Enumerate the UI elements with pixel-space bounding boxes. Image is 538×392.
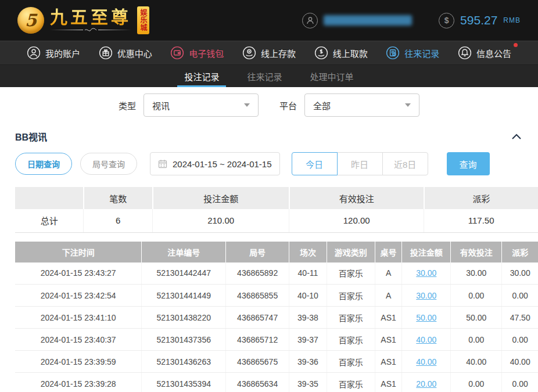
nav-label: 信息公告 [476, 47, 511, 59]
deposit-icon [242, 46, 256, 60]
cell-order-no: 521301442447 [142, 262, 226, 285]
type-select-value: 视讯 [152, 99, 170, 112]
cell-order-no: 521301438220 [142, 307, 226, 329]
tab-transaction-records[interactable]: 往来记录 [247, 65, 282, 87]
bet-amount-link[interactable]: 40.00 [402, 351, 451, 373]
cell-payout: 0.00 [502, 373, 538, 392]
cell-round-no: 436865747 [226, 307, 289, 329]
nav-label: 我的账户 [45, 47, 80, 59]
nav-item-my-account[interactable]: 我的账户 [27, 46, 80, 60]
cell-game-type: 百家乐 [327, 262, 375, 285]
yesterday-button[interactable]: 昨日 [337, 152, 383, 175]
notification-dot [514, 43, 518, 47]
bet-amount-link[interactable]: 20.00 [402, 373, 451, 392]
nav-item-online-withdraw[interactable]: 线上取款 [314, 46, 368, 60]
cell-table-no: AS1 [375, 329, 402, 351]
cell-order-no: 521301441449 [142, 285, 226, 307]
dollar-icon: $ [439, 13, 454, 28]
nav-label: 优惠中心 [117, 47, 152, 59]
cell-valid-bet: 30.00 [451, 262, 502, 285]
summary-header-payout: 派彩 [424, 187, 538, 209]
bet-records-table: 下注时间 注单编号 局号 场次 游戏类别 桌号 投注金额 有效投注 派彩 202… [15, 242, 538, 392]
table-row: 2024-01-15 23:40:37 521301437356 4368657… [15, 329, 538, 351]
bet-amount-link[interactable]: 40.00 [402, 329, 451, 351]
table-row: 2024-01-15 23:42:54 521301441449 4368658… [15, 285, 538, 307]
cell-order-no: 521301437356 [142, 329, 226, 351]
withdraw-icon [314, 46, 328, 60]
nav-label: 电子钱包 [189, 47, 224, 59]
summary-header-count: 笔数 [84, 187, 153, 209]
cell-table-no: A [375, 262, 402, 285]
tab-bet-records[interactable]: 投注记录 [184, 65, 219, 87]
wallet-icon [170, 46, 184, 60]
cell-table-no: AS1 [375, 373, 402, 392]
nav-item-e-wallet[interactable]: 电子钱包 [170, 46, 224, 60]
col-payout: 派彩 [502, 242, 538, 262]
cell-bet-time: 2024-01-15 23:41:10 [15, 307, 142, 329]
nav-item-promotions[interactable]: 优惠中心 [99, 46, 152, 60]
date-range-input[interactable]: 2024-01-15 ~ 2024-01-15 [150, 152, 280, 175]
col-order-no: 注单编号 [142, 242, 226, 262]
collapse-section-button[interactable] [511, 134, 522, 140]
platform-filter-label: 平台 [279, 99, 297, 112]
flourish-swirl-icon [83, 28, 98, 33]
search-button[interactable]: 查询 [447, 152, 490, 175]
table-row: 2024-01-15 23:39:59 521301436263 4368656… [15, 351, 538, 373]
table-row: 2024-01-15 23:39:28 521301435394 4368656… [15, 373, 538, 392]
cell-valid-bet: 40.00 [451, 351, 502, 373]
col-session: 场次 [289, 242, 327, 262]
summary-header-bet-amount: 投注金额 [153, 187, 289, 209]
balance-amount: 595.27 [460, 13, 497, 27]
cell-valid-bet: 0.00 [451, 373, 502, 392]
cell-game-type: 百家乐 [327, 373, 375, 392]
last-8-days-button[interactable]: 近8日 [382, 152, 428, 175]
filter-row: 类型 视讯 平台 全部 [0, 87, 538, 122]
cell-payout: 0.00 [502, 329, 538, 351]
bet-amount-link[interactable]: 50.00 [402, 307, 451, 329]
cell-table-no: AS1 [375, 351, 402, 373]
summary-total-row: 总计 6 210.00 120.00 117.50 [15, 209, 538, 232]
main-navbar: 我的账户 优惠中心 电子钱包 线上存款 线上取款 [0, 41, 538, 65]
logo-mark-icon: 5 [17, 7, 44, 34]
user-account-chip[interactable] [302, 13, 412, 28]
cell-bet-time: 2024-01-15 23:39:28 [15, 373, 142, 392]
bet-amount-link[interactable]: 30.00 [402, 285, 451, 307]
balance-display[interactable]: $ 595.27 RMB [439, 13, 521, 28]
summary-header-row: 笔数 投注金额 有效投注 派彩 [15, 187, 538, 209]
nav-item-transaction-records[interactable]: 往来记录 [386, 46, 439, 60]
cell-session: 39-35 [289, 373, 327, 392]
date-query-toggle[interactable]: 日期查询 [15, 153, 72, 175]
brand-badge: 娱乐城 [137, 6, 149, 34]
cell-valid-bet: 0.00 [451, 329, 502, 351]
type-select[interactable]: 视讯 [144, 93, 259, 117]
cell-payout: 0.00 [502, 285, 538, 307]
cell-session: 39-37 [289, 329, 327, 351]
cell-round-no: 436865712 [226, 329, 289, 351]
nav-item-announcements[interactable]: 信息公告 [458, 46, 511, 60]
summary-total-label: 总计 [15, 209, 84, 232]
cell-bet-time: 2024-01-15 23:42:54 [15, 285, 142, 307]
tab-pending-orders[interactable]: 处理中订单 [310, 65, 354, 87]
today-button[interactable]: 今日 [292, 152, 338, 175]
user-icon [27, 46, 41, 60]
platform-select[interactable]: 全部 [304, 93, 419, 117]
col-game-type: 游戏类别 [327, 242, 375, 262]
cell-session: 39-38 [289, 307, 327, 329]
cell-order-no: 521301436263 [142, 351, 226, 373]
section-header: BB视讯 [0, 122, 538, 147]
summary-header-blank [15, 187, 84, 209]
cell-table-no: A [375, 285, 402, 307]
nav-item-online-deposit[interactable]: 线上存款 [242, 46, 296, 60]
cell-session: 40-10 [289, 285, 327, 307]
calendar-icon [158, 159, 167, 168]
balance-currency: RMB [503, 16, 521, 24]
cell-order-no: 521301435394 [142, 373, 226, 392]
cell-session: 39-36 [289, 351, 327, 373]
round-query-toggle[interactable]: 局号查询 [80, 153, 137, 175]
cell-valid-bet: 50.00 [451, 307, 502, 329]
site-logo[interactable]: 5 九五至尊 娱乐城 [17, 6, 149, 34]
cell-table-no: AS1 [375, 307, 402, 329]
bet-amount-link[interactable]: 30.00 [402, 262, 451, 285]
nav-label: 线上取款 [333, 47, 368, 59]
gift-icon [99, 46, 113, 60]
